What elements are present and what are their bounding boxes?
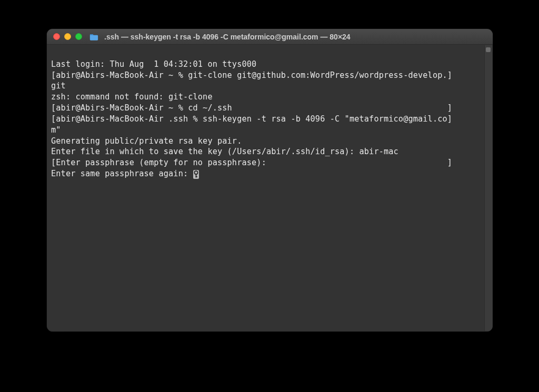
window-title: .ssh — ssh-keygen -t rsa -b 4096 -C meta… [104, 33, 351, 41]
terminal-line: git [51, 81, 488, 92]
terminal-line: Enter file in which to save the key (/Us… [51, 146, 488, 157]
terminal-line: [abir@Abirs-MacBook-Air ~ % cd ~/.ssh ] [51, 103, 488, 114]
terminal-line: m" [51, 125, 488, 136]
terminal-line: Enter same passphrase again: [51, 168, 488, 179]
terminal-line: [abir@Abirs-MacBook-Air ~ % git-clone gi… [51, 70, 488, 81]
svg-point-0 [194, 171, 197, 174]
terminal-line: [abir@Abirs-MacBook-Air .ssh % ssh-keyge… [51, 114, 488, 125]
terminal-line: Generating public/private rsa key pair. [51, 136, 488, 147]
folder-icon [89, 33, 98, 41]
titlebar[interactable]: .ssh — ssh-keygen -t rsa -b 4096 -C meta… [47, 29, 493, 45]
window-controls [53, 33, 82, 40]
key-icon [193, 170, 199, 179]
zoom-icon[interactable] [75, 33, 82, 40]
terminal-body[interactable]: Last login: Thu Aug 1 04:32:01 on ttys00… [47, 45, 493, 331]
scrollbar-thumb[interactable] [486, 47, 491, 52]
terminal-line: Last login: Thu Aug 1 04:32:01 on ttys00… [51, 59, 488, 70]
svg-rect-2 [195, 176, 197, 177]
terminal-window: .ssh — ssh-keygen -t rsa -b 4096 -C meta… [47, 29, 493, 331]
close-icon[interactable] [53, 33, 60, 40]
terminal-line: zsh: command not found: git-clone [51, 92, 488, 103]
terminal-line: [Enter passphrase (empty for no passphra… [51, 157, 488, 168]
minimize-icon[interactable] [64, 33, 71, 40]
scrollbar[interactable] [484, 45, 492, 331]
